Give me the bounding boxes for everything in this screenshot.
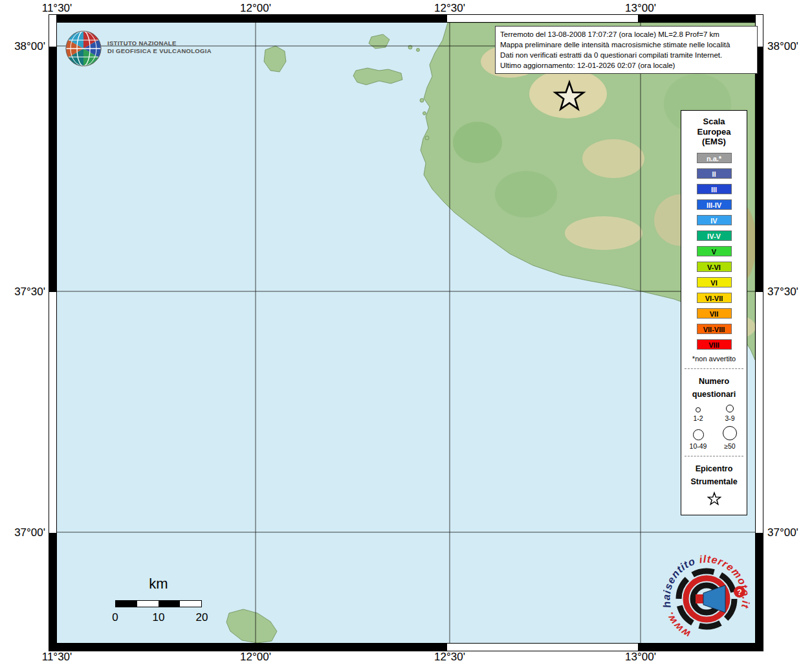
questionnaire-circle-3-icon [693,429,704,440]
megaphone-icon [703,585,725,612]
axis-label-left-1: 38°00' [0,40,45,53]
ingv-wordmark: ISTITUTO NAZIONALE DI GEOFISICA E VULCAN… [107,39,212,55]
questionnaires-title-line1: Numero [681,375,747,388]
legend-footnote: *non avvertito [681,355,747,363]
questionnaire-size-1: 1-2 [683,407,713,422]
axis-label-right-3: 37°00' [767,526,798,539]
scalebar-unit: km [115,576,202,592]
epicenter-title: Epicentro Strumentale [681,462,747,488]
map-frame-left [49,14,57,651]
scalebar-tick-20: 20 [196,611,208,624]
ems-intensity-scale: n.a.* II III III-IV IV IV-V V V-VI VI VI… [681,153,747,350]
scalebar [115,600,202,607]
questionnaire-label-2: 3-9 [725,414,734,422]
ems-chip-vi-vii: VI-VII [697,293,732,303]
legend-title: Scala Europea (EMS) [681,117,747,147]
epicenter-title-line1: Epicentro [681,462,747,475]
questionnaire-label-4: ≥50 [724,442,735,450]
ems-chip-viii: VIII [697,339,732,350]
scalebar-tick-0: 0 [112,611,118,624]
axis-label-left-3: 37°00' [0,526,45,539]
axis-label-top-2: 12°00' [240,2,271,15]
ems-chip-iii-iv: III-IV [697,199,732,210]
haisentitoilterremoto-logo: www. haisentito ilterremoto.it ? [658,550,755,647]
ems-chip-v-vi: V-VI [697,262,732,272]
legend-panel: Scala Europea (EMS) n.a.* II III III-IV … [681,110,747,515]
event-info-line4: Ultimo aggiornamento: 12-01-2026 02:07 (… [500,60,752,71]
question-badge-text: ? [737,588,741,597]
legend-divider-2 [685,456,743,456]
map-frame-right [755,14,763,651]
questionnaire-label-1: 1-2 [693,414,703,422]
questionnaire-size-row-1: 1-2 3-9 [681,405,747,422]
ems-chip-ii: II [697,168,732,179]
ems-chip-na: n.a.* [697,153,732,163]
ems-chip-vii: VII [697,308,732,319]
epicenter-title-line2: Strumentale [681,475,747,488]
axis-label-right-2: 37°30' [767,286,798,298]
island-levanzo [369,34,390,49]
event-info-line3: Dati non verificati estratti da 0 questi… [500,50,752,60]
axis-label-right-1: 38°00' [767,40,798,53]
questionnaires-title-line2: questionari [681,388,747,401]
event-info-line2: Mappa preliminare delle intensità macros… [500,39,752,50]
questionnaire-size-row-2: 10-49 ≥50 [681,426,747,450]
event-info-box: Terremoto del 13-08-2008 17:07:27 (ora l… [495,26,758,74]
legend-title-line3: (EMS) [681,137,747,147]
questionnaire-circle-2-icon [726,405,734,412]
questionnaire-circle-4-icon [723,426,737,440]
questionnaire-circle-1-icon [696,407,701,412]
axis-label-left-2: 37°30' [0,286,45,298]
event-info-line1: Terremoto del 13-08-2008 17:07:27 (ora l… [500,29,752,39]
questionnaire-size-3: 10-49 [683,429,713,450]
ems-chip-vii-viii: VII-VIII [697,324,732,334]
megaphone-handle-icon [696,594,703,603]
map-frame-top [49,14,763,23]
ingv-globe-logo-icon [63,28,104,69]
axis-label-bottom-3: 12°30' [434,651,465,663]
island-pantelleria [226,609,277,643]
axis-label-top-3: 12°30' [434,2,465,15]
axis-label-bottom-4: 13°00' [625,651,656,663]
ingv-line2: DI GEOFISICA E VULCANOLOGIA [107,47,212,55]
island-favignana [353,68,402,85]
ingv-line1: ISTITUTO NAZIONALE [107,39,212,47]
ems-chip-vi: VI [697,277,732,287]
ems-chip-v: V [697,246,732,256]
island-marettimo [264,46,286,72]
axis-label-top-4: 13°00' [625,2,656,15]
legend-divider-1 [685,368,743,369]
star-icon [707,491,721,507]
ems-chip-iv: IV [697,215,732,225]
scalebar-tick-10: 10 [153,611,165,624]
questionnaire-size-4: ≥50 [715,426,745,450]
axis-label-top-1: 11°30' [42,2,72,15]
legend-title-line1: Scala [681,117,747,127]
map-frame-bottom [49,643,763,651]
epicenter-legend-symbol [681,491,747,510]
ems-chip-iii: III [697,184,732,194]
legend-title-line2: Europea [681,127,747,137]
map-canvas [57,23,755,643]
questionnaires-title: Numero questionari [681,375,747,401]
axis-label-bottom-1: 11°30' [42,651,72,663]
logo-text-www: www. [664,610,692,640]
ems-chip-iv-v: IV-V [697,230,732,241]
questionnaire-size-2: 3-9 [715,405,745,422]
questionnaire-label-3: 10-49 [690,442,707,450]
axis-label-bottom-2: 12°00' [240,651,271,663]
map-graphics [57,23,755,643]
